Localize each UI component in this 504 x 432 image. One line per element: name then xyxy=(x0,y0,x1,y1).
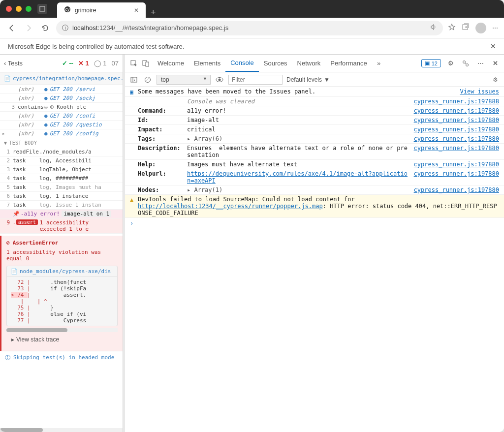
forward-button[interactable] xyxy=(23,22,34,34)
filter-input[interactable] xyxy=(228,75,283,85)
console-output: ▣ Some messages have been moved to the I… xyxy=(125,87,504,432)
main-content: ‹ Tests ✓ -- ✕ 1 ◯ 1 07 📄 cypress/integr… xyxy=(0,55,504,432)
devtools-tab-console[interactable]: Console xyxy=(225,55,259,72)
cypress-header: ‹ Tests ✓ -- ✕ 1 ◯ 1 07 xyxy=(0,55,123,72)
tests-back-button[interactable]: ‹ Tests xyxy=(4,60,23,67)
view-stack-trace[interactable]: ▸ View stack trace xyxy=(6,332,118,347)
console-row[interactable]: Command:a11y error!cypress_runner.js:197… xyxy=(125,106,504,116)
activity-icon[interactable] xyxy=(461,60,471,67)
address-bar[interactable]: ⓘ localhost:1234/__/#/tests/integration/… xyxy=(56,21,443,35)
console-row[interactable]: Console was clearedcypress_runner.js:197… xyxy=(125,97,504,106)
command-row[interactable]: 2tasklog, Accessibili xyxy=(0,156,123,165)
titlebar: cy grimoire ✕ + xyxy=(0,0,504,18)
source-link[interactable]: cypress_runner.js:197880 xyxy=(409,135,499,142)
command-row[interactable]: (xhr)●GET 200 /servi xyxy=(0,85,123,94)
source-link[interactable]: cypress_runner.js:197880 xyxy=(409,107,499,114)
profile-avatar[interactable] xyxy=(475,23,486,33)
source-link[interactable]: cypress_runner.js:197880 xyxy=(409,170,499,177)
new-tab-button[interactable]: + xyxy=(146,7,161,18)
minimize-window-button[interactable] xyxy=(16,6,22,12)
clear-console-icon[interactable] xyxy=(143,76,153,83)
issues-badge[interactable]: ▣ 12 xyxy=(421,59,441,67)
more-menu-icon[interactable]: ⋯ xyxy=(492,25,498,31)
device-icon[interactable] xyxy=(141,60,151,67)
source-link[interactable]: cypress_runner.js:197888 xyxy=(409,98,499,105)
traffic-lights xyxy=(6,6,32,12)
tab-overview-icon[interactable] xyxy=(37,4,47,14)
console-row[interactable]: Id:image-altcypress_runner.js:197880 xyxy=(125,116,504,125)
command-row[interactable]: (xhr)●GET 200 /questio xyxy=(0,121,123,129)
devtools-close-icon[interactable]: ✕ xyxy=(490,60,500,67)
svg-point-7 xyxy=(463,61,466,63)
sidebar-toggle-icon[interactable] xyxy=(129,76,139,83)
devtools-tab-performance[interactable]: Performance xyxy=(325,55,372,72)
tab-close-icon[interactable]: ✕ xyxy=(134,7,139,14)
console-prompt[interactable]: › xyxy=(125,218,504,229)
inspect-icon[interactable] xyxy=(129,60,139,67)
command-row[interactable]: 5tasklog, Images must ha xyxy=(0,183,123,192)
test-body-header[interactable]: ▼ TEST BODY xyxy=(0,138,123,148)
live-expression-icon[interactable] xyxy=(215,77,224,83)
console-row[interactable]: Nodes:▸ Array(1)cypress_runner.js:197880 xyxy=(125,185,504,195)
favorites-icon[interactable] xyxy=(448,23,456,32)
test-number: 07 xyxy=(112,60,119,67)
console-row[interactable]: Help:Images must have alternate textcypr… xyxy=(125,160,504,169)
command-row[interactable]: 3contains◎© Kooth plc xyxy=(0,103,123,112)
svg-point-12 xyxy=(219,78,221,81)
tab-strip: cy grimoire ✕ + xyxy=(57,0,161,18)
panel-scrollbar[interactable] xyxy=(0,428,123,432)
collections-icon[interactable] xyxy=(462,23,470,32)
command-row[interactable]: 6tasklog, 1 instance xyxy=(0,192,123,201)
command-row[interactable]: 7tasklog, Issue 1 instan xyxy=(0,201,123,210)
a11y-error-row[interactable]: 📌 -a11y error! image-alt on 1 xyxy=(0,210,123,218)
source-link[interactable]: cypress_runner.js:197880 xyxy=(409,145,499,152)
console-row[interactable]: Helpurl:https://dequeuniversity.com/rule… xyxy=(125,169,504,185)
context-selector[interactable]: top xyxy=(157,75,211,85)
info-bar-close-icon[interactable]: ✕ xyxy=(490,42,496,50)
devtools-tab-elements[interactable]: Elements xyxy=(189,55,225,72)
info-bar-text: Microsoft Edge is being controlled by au… xyxy=(8,43,184,50)
close-window-button[interactable] xyxy=(6,6,12,12)
browser-toolbar: ⓘ localhost:1234/__/#/tests/integration/… xyxy=(0,18,504,38)
more-tabs-icon[interactable]: » xyxy=(374,60,384,67)
command-row[interactable]: ▸(xhr)●GET 200 /config xyxy=(0,129,123,138)
source-link[interactable]: cypress_runner.js:197880 xyxy=(409,126,499,133)
assert-badge: assert xyxy=(16,219,38,225)
read-aloud-icon[interactable] xyxy=(429,23,437,32)
command-row[interactable]: (xhr)●GET 200 /sockj xyxy=(0,94,123,103)
console-row[interactable]: Tags:▸ Array(6)cypress_runner.js:197880 xyxy=(125,134,504,144)
svg-rect-0 xyxy=(40,6,45,11)
spec-file-path[interactable]: 📄 cypress/integration/homepage.spec.js xyxy=(0,72,123,85)
command-row[interactable]: 1readFile./node_modules/a xyxy=(0,148,123,156)
code-scrollbar[interactable] xyxy=(6,328,118,332)
command-row[interactable]: 3tasklogTable, Object xyxy=(0,165,123,174)
warning-icon: ▲ xyxy=(130,196,138,203)
console-row[interactable]: Impact:criticalcypress_runner.js:197880 xyxy=(125,125,504,134)
file-icon: 📄 xyxy=(4,75,11,82)
back-button[interactable] xyxy=(6,22,18,34)
devtools-tab-welcome[interactable]: Welcome xyxy=(153,55,189,72)
devtools-tab-network[interactable]: Network xyxy=(292,55,326,72)
code-file-link[interactable]: 📄 node_modules/cypress-axe/dis xyxy=(7,266,117,277)
command-row[interactable]: 4tasklog, ########## xyxy=(0,174,123,183)
command-row[interactable]: (xhr)●GET 200 /confi xyxy=(0,112,123,121)
tab-favicon: cy xyxy=(64,6,71,14)
log-levels[interactable]: Default levels ▼ xyxy=(286,76,330,83)
reload-button[interactable] xyxy=(39,22,51,34)
settings-icon[interactable]: ⚙ xyxy=(446,60,456,67)
warning-text: DevTools failed to load SourceMap: Could… xyxy=(138,196,499,216)
console-settings-icon[interactable]: ⚙ xyxy=(490,76,500,83)
console-row[interactable]: Description:Ensures elements have altern… xyxy=(125,144,504,160)
site-info-icon[interactable]: ⓘ xyxy=(62,24,68,32)
view-issues-link[interactable]: View issues xyxy=(455,88,499,95)
source-link[interactable]: cypress_runner.js:197880 xyxy=(409,186,499,193)
source-link[interactable]: cypress_runner.js:197880 xyxy=(409,117,499,123)
maximize-window-button[interactable] xyxy=(26,6,32,12)
source-link[interactable]: cypress_runner.js:197880 xyxy=(409,161,499,168)
url-text: localhost:1234/__/#/tests/integration/ho… xyxy=(72,24,228,31)
assert-row[interactable]: 9 - assert 1 accessibility expected 1 to… xyxy=(0,218,123,234)
devtools-tab-sources[interactable]: Sources xyxy=(259,55,292,72)
warning-url-link[interactable]: http://localhost:1234/__cypress/runner/p… xyxy=(138,203,323,210)
devtools-menu-icon[interactable]: ⋯ xyxy=(475,60,485,67)
browser-tab[interactable]: cy grimoire ✕ xyxy=(57,2,146,18)
